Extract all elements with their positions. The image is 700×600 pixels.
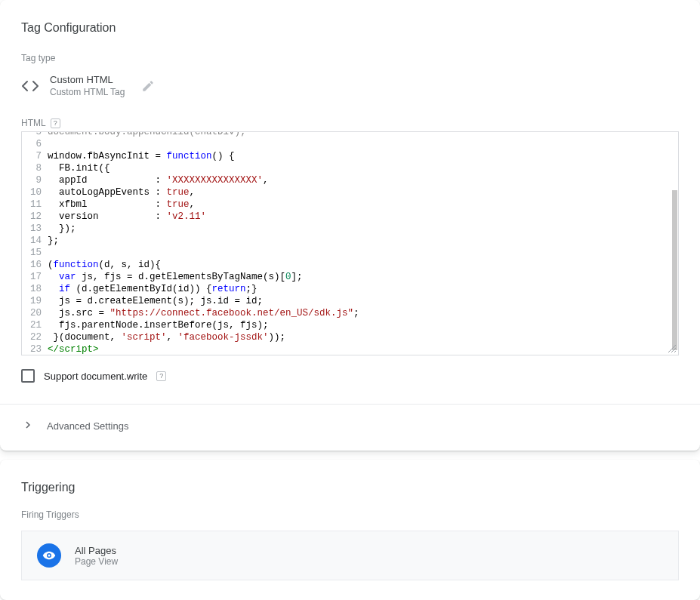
code-line[interactable]: FB.init({ — [48, 162, 116, 174]
tag-type-name: Custom HTML — [50, 74, 125, 87]
edit-icon[interactable] — [141, 79, 155, 93]
line-number: 15 — [22, 247, 48, 259]
chevron-right-icon — [21, 418, 35, 434]
firing-trigger-type: Page View — [75, 556, 118, 567]
advanced-settings-toggle[interactable]: Advanced Settings — [0, 405, 700, 449]
code-line[interactable]: }(document, 'script', 'facebook-jssdk'))… — [48, 331, 291, 343]
code-line[interactable]: var js, fjs = d.getElementsByTagName(s)[… — [48, 271, 309, 283]
line-number: 7 — [22, 150, 48, 162]
line-number: 11 — [22, 198, 48, 211]
code-line[interactable]: appId : 'XXXXXXXXXXXXXXX', — [48, 174, 275, 186]
code-line[interactable]: version : 'v2.11' — [48, 211, 212, 223]
code-line[interactable]: </script> — [48, 343, 105, 355]
line-number: 19 — [22, 295, 48, 307]
code-line[interactable]: (function(d, s, id){ — [48, 259, 167, 271]
code-line[interactable]: document.body.appendChild(chatDiv); — [48, 131, 252, 138]
advanced-settings-label: Advanced Settings — [47, 420, 128, 432]
tag-configuration-title: Tag Configuration — [21, 21, 679, 35]
html-label: HTML — [21, 118, 46, 128]
line-number: 23 — [22, 343, 48, 355]
line-number: 16 — [22, 259, 48, 271]
tag-type-text: Custom HTML Custom HTML Tag — [50, 74, 125, 98]
line-number: 12 — [22, 211, 48, 223]
firing-trigger-text: All Pages Page View — [75, 545, 118, 567]
support-document-write-checkbox[interactable] — [21, 369, 35, 383]
firing-trigger-item[interactable]: All Pages Page View — [21, 531, 679, 580]
firing-triggers-label: Firing Triggers — [21, 509, 679, 520]
line-number: 20 — [22, 307, 48, 319]
help-icon[interactable]: ? — [51, 118, 60, 128]
code-icon — [21, 77, 39, 95]
code-line[interactable]: js.src = "https://connect.facebook.net/e… — [48, 307, 365, 319]
tag-type-label: Tag type — [21, 53, 679, 63]
code-line[interactable]: xfbml : true, — [48, 198, 201, 211]
tag-configuration-card: Tag Configuration Tag type Custom HTML C… — [0, 0, 700, 451]
resize-grip-icon[interactable] — [668, 344, 677, 353]
code-line[interactable]: }; — [48, 235, 65, 247]
page-view-icon — [37, 543, 61, 568]
code-line[interactable]: window.fbAsyncInit = function() { — [48, 150, 241, 162]
firing-trigger-name: All Pages — [75, 545, 118, 556]
code-line[interactable]: fjs.parentNode.insertBefore(js, fjs); — [48, 319, 275, 331]
tag-type-row[interactable]: Custom HTML Custom HTML Tag — [21, 74, 679, 98]
code-line[interactable] — [48, 138, 54, 150]
tag-type-subtitle: Custom HTML Tag — [50, 87, 125, 99]
line-number: 18 — [22, 283, 48, 295]
line-number: 8 — [22, 162, 48, 174]
code-line[interactable]: js = d.createElement(s); js.id = id; — [48, 295, 269, 307]
line-number: 17 — [22, 271, 48, 283]
line-number: 5 — [22, 131, 48, 138]
editor-scrollbar[interactable] — [672, 190, 677, 350]
line-number: 14 — [22, 235, 48, 247]
code-line[interactable]: autoLogAppEvents : true, — [48, 186, 201, 198]
line-number: 13 — [22, 223, 48, 235]
line-number: 9 — [22, 174, 48, 186]
triggering-title: Triggering — [21, 481, 679, 494]
line-number: 22 — [22, 331, 48, 343]
code-line[interactable] — [48, 247, 54, 259]
triggering-card: Triggering Firing Triggers All Pages Pag… — [0, 460, 700, 600]
code-line[interactable]: if (d.getElementById(id)) {return;} — [48, 283, 264, 295]
help-icon[interactable]: ? — [156, 371, 166, 381]
support-document-write-label: Support document.write — [44, 371, 147, 382]
line-number: 21 — [22, 319, 48, 331]
line-number: 10 — [22, 186, 48, 198]
html-code-editor[interactable]: 5document.body.appendChild(chatDiv);67wi… — [21, 131, 679, 355]
line-number: 6 — [22, 138, 48, 150]
code-line[interactable]: }); — [48, 223, 82, 235]
